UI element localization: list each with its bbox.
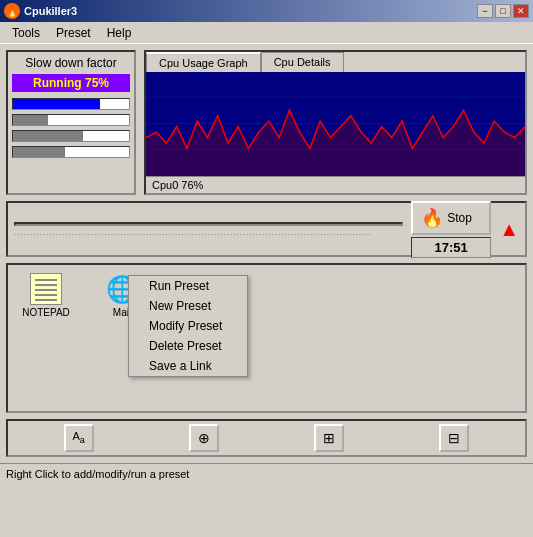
desktop-area: NOTEPAD 🌐 Mail Run Preset New Preset Mod… [6,263,527,413]
notepad-icon[interactable]: NOTEPAD [16,273,76,318]
stop-icon: 🔥 [421,207,443,229]
bottom-toolbar: Aa ⊕ ⊞ ⊟ [6,419,527,457]
progress-fill-4 [13,147,65,157]
maximize-button[interactable]: □ [495,4,511,18]
context-menu: Run Preset New Preset Modify Preset Dele… [128,275,248,377]
cpu-label: Cpu0 76% [146,176,525,193]
app-icon-glyph: 🔥 [6,6,18,17]
notepad-label: NOTEPAD [22,307,70,318]
toolbar-btn-add[interactable]: ⊕ [189,424,219,452]
close-button[interactable]: ✕ [513,4,529,18]
toolbar-btn-list[interactable]: ⊟ [439,424,469,452]
slider-track[interactable] [14,222,403,226]
tab-cpu-usage-graph[interactable]: Cpu Usage Graph [146,52,261,72]
slider-section: ........................................… [6,201,527,257]
progress-bar-4 [12,146,130,158]
toolbar-text-icon: Aa [72,430,84,445]
status-bar: Right Click to add/modify/run a preset [0,463,533,483]
slider-container: ........................................… [14,222,403,237]
context-menu-run-preset[interactable]: Run Preset [129,276,247,296]
minimize-button[interactable]: − [477,4,493,18]
title-buttons: − □ ✕ [477,4,529,18]
notepad-line [35,289,57,291]
cpu-graph-area [146,72,525,176]
progress-area [12,98,130,189]
progress-fill-3 [13,131,83,141]
context-menu-modify-preset[interactable]: Modify Preset [129,316,247,336]
notepad-line [35,279,57,281]
context-menu-delete-preset[interactable]: Delete Preset [129,336,247,356]
progress-bar-1 [12,98,130,110]
notepad-lines [35,277,57,301]
title-bar: 🔥 Cpukiller3 − □ ✕ [0,0,533,22]
status-text: Right Click to add/modify/run a preset [6,468,189,480]
notepad-line [35,299,57,301]
context-menu-new-preset[interactable]: New Preset [129,296,247,316]
progress-fill-1 [13,99,100,109]
cpu-panel: Cpu Usage Graph Cpu Details Cpu0 76% [144,50,527,195]
tab-cpu-details[interactable]: Cpu Details [261,52,344,72]
desktop-icons: NOTEPAD 🌐 Mail [16,273,517,318]
toolbar-btn-text[interactable]: Aa [64,424,94,452]
notepad-icon-img [30,273,62,305]
toolbar-list-icon: ⊟ [448,430,460,446]
top-section: Slow down factor Running 75% Cpu [6,50,527,195]
menu-tools[interactable]: Tools [4,24,48,42]
toolbar-btn-grid[interactable]: ⊞ [314,424,344,452]
progress-bar-2 [12,114,130,126]
main-content: Slow down factor Running 75% Cpu [0,44,533,463]
running-badge: Running 75% [12,74,130,92]
notepad-line [35,294,57,296]
slow-down-panel: Slow down factor Running 75% [6,50,136,195]
context-menu-save-link[interactable]: Save a Link [129,356,247,376]
title-bar-left: 🔥 Cpukiller3 [4,3,77,19]
slow-down-label: Slow down factor [25,56,116,70]
cpu-tabs: Cpu Usage Graph Cpu Details [146,52,525,72]
stop-button-area: 🔥 Stop 17:51 [411,201,491,258]
notepad-line [35,284,57,286]
progress-fill-2 [13,115,48,125]
cpu-graph-svg [146,72,525,176]
app-icon: 🔥 [4,3,20,19]
time-display: 17:51 [411,237,491,258]
toolbar-add-icon: ⊕ [198,430,210,446]
menu-bar: Tools Preset Help [0,22,533,44]
progress-bar-3 [12,130,130,142]
arrow-up-button[interactable]: ▲ [499,218,519,241]
toolbar-grid-icon: ⊞ [323,430,335,446]
slider-dots: ........................................… [14,228,403,237]
menu-preset[interactable]: Preset [48,24,99,42]
stop-label: Stop [447,211,472,225]
window-title: Cpukiller3 [24,5,77,17]
menu-help[interactable]: Help [99,24,140,42]
stop-button[interactable]: 🔥 Stop [411,201,491,235]
